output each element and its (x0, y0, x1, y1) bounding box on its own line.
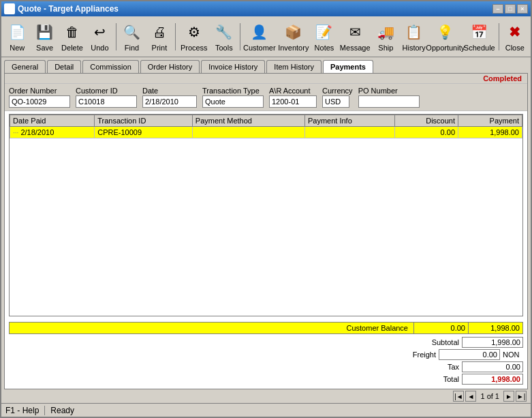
cell-payment: 1,998.00 (458, 127, 522, 138)
subtotal-input[interactable] (462, 337, 523, 348)
schedule-label: Schedule (464, 44, 495, 52)
col-discount: Discount (395, 115, 458, 127)
find-icon: 🔍 (121, 21, 143, 43)
prev-page-button[interactable]: ◄ (465, 391, 476, 402)
tab-payments[interactable]: Payments (323, 60, 373, 73)
ar-account-label: A\R Account (269, 87, 317, 95)
balance-amount: 1,998.00 (468, 323, 522, 333)
freight-row: Freight NON (9, 349, 523, 360)
bottom-area: Customer Balance 0.00 1,998.00 Subtotal … (5, 319, 527, 389)
save-button[interactable]: 💾 Save (31, 19, 57, 55)
po-number-input[interactable] (358, 95, 420, 108)
print-button[interactable]: 🖨 Print (146, 19, 172, 55)
tab-invoice-history[interactable]: Invoice History (201, 60, 265, 73)
next-page-button[interactable]: ► (503, 391, 514, 402)
close-label: Close (505, 44, 525, 52)
customer-id-group: Customer ID (76, 87, 137, 108)
total-input[interactable] (462, 374, 523, 385)
status-badge: Completed (5, 74, 527, 84)
message-icon: ✉ (344, 21, 366, 43)
notes-button[interactable]: 📝 Notes (311, 19, 337, 55)
total-row: Total (9, 374, 523, 385)
notes-label: Notes (315, 44, 334, 52)
undo-button[interactable]: ↩ Undo (87, 19, 112, 55)
title-text: Quote - Target Appliances (18, 4, 492, 14)
tools-icon: 🔧 (213, 21, 235, 43)
po-number-group: PO Number (358, 87, 420, 108)
freight-input[interactable] (439, 349, 500, 360)
delete-button[interactable]: 🗑 Delete (59, 19, 85, 55)
opportunity-button[interactable]: 💡 Opportunity (429, 19, 462, 55)
order-number-input[interactable] (9, 95, 70, 108)
col-payment-method: Payment Method (192, 115, 304, 127)
separator-2 (175, 23, 176, 50)
customer-label: Customer (243, 44, 276, 52)
ship-icon: 🚚 (375, 21, 396, 43)
history-label: History (403, 44, 426, 52)
tab-general[interactable]: General (4, 60, 46, 73)
tab-commission[interactable]: Commission (82, 60, 139, 73)
undo-icon: ↩ (89, 21, 110, 43)
close-button[interactable]: ✖ Close (502, 19, 528, 55)
table-header-row: Date Paid Transaction ID Payment Method … (10, 115, 522, 127)
minimize-button[interactable]: – (492, 4, 503, 14)
schedule-icon: 📅 (469, 21, 490, 43)
table-row[interactable]: ··· 2/18/2010 CPRE-10009 0.00 1,998.00 (10, 127, 522, 138)
tax-input[interactable] (462, 361, 523, 372)
ar-account-group: A\R Account (269, 87, 317, 108)
save-icon: 💾 (34, 21, 56, 43)
tab-order-history[interactable]: Order History (140, 60, 200, 73)
transaction-type-input[interactable] (202, 95, 264, 108)
inventory-button[interactable]: 📦 Inventory (277, 19, 310, 55)
tax-label: Tax (418, 363, 459, 371)
cell-transaction-id: CPRE-10009 (95, 127, 193, 138)
payments-table: Date Paid Transaction ID Payment Method … (10, 115, 522, 138)
ready-text: Ready (50, 406, 74, 415)
process-button[interactable]: ⚙ Process (178, 19, 210, 55)
toolbar: 📄 New 💾 Save 🗑 Delete ↩ Undo 🔍 Find 🖨 Pr… (1, 16, 531, 57)
customer-icon: 👤 (249, 21, 270, 43)
process-icon: ⚙ (183, 21, 205, 43)
subtotal-label: Subtotal (418, 338, 459, 346)
separator-3 (240, 23, 240, 50)
close-window-button[interactable]: × (517, 4, 528, 14)
date-group: Date (142, 87, 197, 108)
maximize-button[interactable]: □ (505, 4, 516, 14)
new-label: New (10, 44, 25, 52)
customer-button[interactable]: 👤 Customer (243, 19, 276, 55)
subtotal-row: Subtotal (9, 337, 523, 348)
ship-label: Ship (378, 44, 393, 52)
schedule-button[interactable]: 📅 Schedule (463, 19, 496, 55)
transaction-type-group: Transaction Type (202, 87, 264, 108)
opportunity-label: Opportunity (426, 44, 465, 52)
first-page-button[interactable]: |◄ (453, 391, 464, 402)
save-label: Save (36, 44, 53, 52)
last-page-button[interactable]: ►| (516, 391, 527, 402)
customer-id-input[interactable] (76, 95, 137, 108)
currency-input[interactable] (322, 95, 349, 108)
freight-suffix: NON (503, 350, 523, 359)
order-number-group: Order Number (9, 87, 70, 108)
customer-balance-label: Customer Balance (206, 323, 414, 333)
order-number-label: Order Number (9, 87, 70, 95)
cell-payment-info (304, 127, 394, 138)
col-payment-info: Payment Info (304, 115, 394, 127)
ship-button[interactable]: 🚚 Ship (373, 19, 398, 55)
tab-detail[interactable]: Detail (47, 60, 81, 73)
find-button[interactable]: 🔍 Find (119, 19, 144, 55)
currency-group: Currency (322, 87, 353, 108)
history-button[interactable]: 📋 History (401, 19, 428, 55)
new-button[interactable]: 📄 New (4, 19, 30, 55)
ar-account-input[interactable] (269, 95, 317, 108)
tab-item-history[interactable]: Item History (266, 60, 322, 73)
new-icon: 📄 (6, 21, 28, 43)
title-bar: Quote - Target Appliances – □ × (1, 1, 531, 16)
col-date-paid: Date Paid (10, 115, 95, 127)
separator-1 (116, 23, 116, 50)
date-input[interactable] (142, 95, 197, 108)
close-icon: ✖ (504, 21, 526, 43)
undo-label: Undo (91, 44, 108, 52)
tools-button[interactable]: 🔧 Tools (211, 19, 237, 55)
message-button[interactable]: ✉ Message (339, 19, 371, 55)
pagination: |◄ ◄ 1 of 1 ► ►| (1, 389, 531, 403)
